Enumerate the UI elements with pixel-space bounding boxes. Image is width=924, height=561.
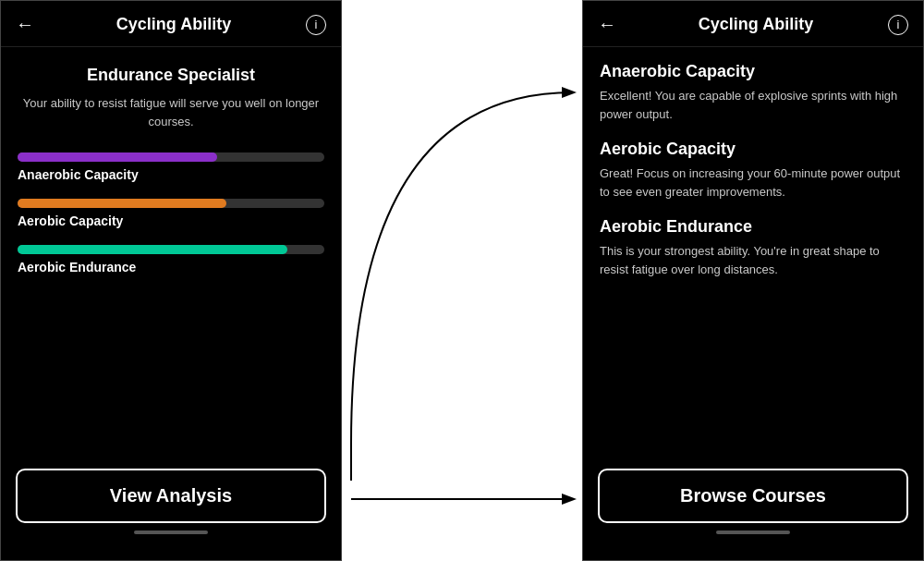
connector-panel: [342, 0, 582, 561]
specialist-title: Endurance Specialist: [18, 66, 324, 85]
right-home-indicator: [716, 531, 790, 534]
left-bottom-area: View Analysis: [1, 457, 341, 560]
aerobic-endurance-label: Aerobic Endurance: [18, 260, 324, 274]
ability-aerobic-capacity: Aerobic Capacity Great! Focus on increas…: [600, 140, 906, 201]
metrics-list: Anaerobic Capacity Aerobic Capacity Aero…: [18, 152, 324, 274]
right-info-button[interactable]: i: [888, 15, 908, 35]
anaerobic-label: Anaerobic Capacity: [18, 167, 324, 182]
right-panel-title: Cycling Ability: [624, 15, 888, 34]
ability-anaerobic: Anaerobic Capacity Excellent! You are ca…: [600, 62, 906, 123]
anaerobic-bar-track: [18, 152, 324, 162]
ability-aerobic-endurance-name: Aerobic Endurance: [600, 217, 906, 237]
aerobic-capacity-label: Aerobic Capacity: [18, 213, 324, 228]
metric-aerobic-capacity: Aerobic Capacity: [18, 199, 324, 228]
aerobic-capacity-bar-fill: [18, 199, 226, 208]
left-home-indicator: [134, 531, 208, 534]
ability-anaerobic-desc: Excellent! You are capable of explosive …: [600, 87, 906, 123]
aerobic-endurance-bar-fill: [18, 245, 287, 254]
ability-aerobic-capacity-name: Aerobic Capacity: [600, 140, 906, 159]
left-back-button[interactable]: ←: [16, 14, 42, 35]
anaerobic-bar-fill: [18, 152, 217, 162]
view-analysis-button[interactable]: View Analysis: [16, 469, 326, 523]
aerobic-endurance-bar-track: [18, 245, 324, 254]
right-content: Anaerobic Capacity Excellent! You are ca…: [583, 47, 923, 457]
ability-aerobic-capacity-desc: Great! Focus on increasing your 60-minut…: [600, 165, 906, 201]
ability-aerobic-endurance-desc: This is your strongest ability. You're i…: [600, 242, 906, 278]
aerobic-capacity-bar-track: [18, 199, 324, 208]
ability-aerobic-endurance: Aerobic Endurance This is your strongest…: [600, 217, 906, 278]
ability-anaerobic-name: Anaerobic Capacity: [600, 62, 906, 81]
right-header: ← Cycling Ability i: [583, 1, 923, 47]
right-bottom-area: Browse Courses: [583, 457, 923, 560]
metric-anaerobic: Anaerobic Capacity: [18, 152, 324, 182]
right-back-button[interactable]: ←: [598, 14, 624, 35]
screenshot-wrapper: ← Cycling Ability i Endurance Specialist…: [0, 0, 924, 561]
browse-courses-button[interactable]: Browse Courses: [598, 469, 908, 523]
left-panel-title: Cycling Ability: [42, 15, 306, 34]
metric-aerobic-endurance: Aerobic Endurance: [18, 245, 324, 274]
right-panel: ← Cycling Ability i Anaerobic Capacity E…: [582, 0, 924, 561]
left-panel: ← Cycling Ability i Endurance Specialist…: [0, 0, 342, 561]
left-header: ← Cycling Ability i: [1, 1, 341, 47]
specialist-description: Your ability to resist fatigue will serv…: [18, 94, 324, 130]
connector-arrow: [342, 0, 582, 561]
left-info-button[interactable]: i: [306, 15, 326, 35]
left-content: Endurance Specialist Your ability to res…: [1, 47, 341, 457]
